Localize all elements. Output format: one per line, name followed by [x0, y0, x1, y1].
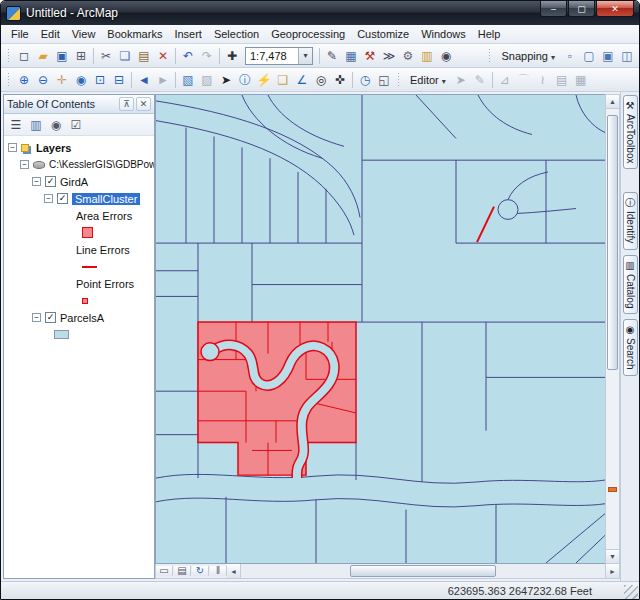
maximize-button[interactable] — [568, 1, 595, 17]
list-by-visibility-icon[interactable]: ◉ — [47, 116, 65, 134]
go-to-xy-icon[interactable]: ✜ — [331, 71, 349, 89]
zoom-in-icon[interactable]: ⊕ — [15, 71, 33, 89]
data-view-button[interactable]: ▭ — [156, 566, 173, 576]
menu-file[interactable]: File — [5, 26, 35, 42]
visibility-checkbox[interactable] — [45, 176, 56, 187]
collapse-icon[interactable] — [20, 160, 29, 169]
vertical-scroll-thumb[interactable] — [607, 115, 618, 370]
horizontal-scroll-track[interactable] — [241, 564, 605, 578]
selected-layer-label[interactable]: SmallCluster — [72, 193, 140, 205]
open-map-icon[interactable]: ▰ — [34, 47, 52, 65]
clear-selection-icon[interactable]: ▨ — [198, 71, 216, 89]
toc-item-smallcluster[interactable]: SmallCluster — [4, 190, 154, 207]
copy-icon[interactable]: ❏ — [116, 47, 134, 65]
map-view[interactable] — [155, 94, 605, 564]
straight-segment-icon[interactable]: ⊿ — [496, 71, 514, 89]
arctoolbox-window-icon[interactable]: ⚒ — [361, 47, 379, 65]
menu-edit[interactable]: Edit — [35, 26, 66, 42]
layout-view-button[interactable]: ▤ — [174, 566, 191, 576]
toc-item-parcelsa[interactable]: ParcelsA — [4, 309, 154, 326]
undo-icon[interactable]: ↶ — [179, 47, 197, 65]
tab-identify[interactable]: ⓘ Identify — [623, 192, 638, 249]
find-icon[interactable]: ◎ — [312, 71, 330, 89]
collapse-icon[interactable] — [32, 313, 41, 322]
select-elements-icon[interactable]: ➤ — [217, 71, 235, 89]
trace-icon[interactable]: ≀ — [534, 71, 552, 89]
table-options-icon[interactable]: ▦ — [342, 47, 360, 65]
menu-view[interactable]: View — [66, 26, 102, 42]
python-window-icon[interactable]: ≫ — [380, 47, 398, 65]
toc-legend-area-errors-symbol[interactable] — [4, 224, 154, 241]
fixed-zoom-in-icon[interactable]: ⊡ — [91, 71, 109, 89]
add-data-icon[interactable]: ✚ — [223, 47, 241, 65]
area-errors-swatch[interactable] — [82, 227, 93, 238]
attributes-icon[interactable]: ▤ — [553, 71, 571, 89]
paste-icon[interactable]: ▤ — [135, 47, 153, 65]
edit-annotation-icon[interactable]: ✎ — [471, 71, 489, 89]
menu-bookmarks[interactable]: Bookmarks — [101, 26, 168, 42]
map-canvas[interactable] — [156, 95, 605, 563]
collapse-icon[interactable] — [44, 194, 53, 203]
html-popup-icon[interactable]: ❑ — [274, 71, 292, 89]
point-snapping-icon[interactable]: ▫ — [561, 47, 579, 65]
identify-icon[interactable]: ⓘ — [236, 71, 254, 89]
scroll-up-icon[interactable]: ▲ — [606, 95, 619, 109]
toc-item-girda[interactable]: GirdA — [4, 173, 154, 190]
menu-geoprocessing[interactable]: Geoprocessing — [265, 26, 351, 42]
measure-icon[interactable]: ∠ — [293, 71, 311, 89]
menu-customize[interactable]: Customize — [351, 26, 415, 42]
fixed-zoom-out-icon[interactable]: ⊟ — [110, 71, 128, 89]
end-snapping-icon[interactable]: ▢ — [580, 47, 598, 65]
tab-search[interactable]: ◉ Search — [623, 319, 638, 376]
scroll-right-icon[interactable]: ► — [605, 564, 619, 578]
parcels-swatch[interactable] — [54, 330, 69, 339]
close-icon[interactable]: ✕ — [136, 97, 151, 111]
search-window-icon[interactable]: ◉ — [437, 47, 455, 65]
catalog-window-icon[interactable]: ▥ — [418, 47, 436, 65]
model-builder-icon[interactable]: ⚙ — [399, 47, 417, 65]
edge-snapping-icon[interactable]: ◫ — [618, 47, 636, 65]
full-extent-icon[interactable]: ◉ — [72, 71, 90, 89]
line-errors-swatch[interactable] — [82, 266, 97, 268]
refresh-view-button[interactable]: ↻ — [192, 566, 209, 576]
list-by-source-icon[interactable]: ▥ — [27, 116, 45, 134]
viewer-window-icon[interactable]: ◱ — [375, 71, 393, 89]
cut-icon[interactable]: ✂ — [97, 47, 115, 65]
scroll-left-icon[interactable]: ◄ — [227, 564, 241, 578]
toc-legend-line-errors-symbol[interactable] — [4, 258, 154, 275]
toolbar-grip[interactable] — [397, 72, 401, 88]
resize-grip[interactable] — [624, 585, 638, 599]
new-map-icon[interactable]: ◻ — [15, 47, 33, 65]
collapse-icon[interactable] — [8, 143, 17, 152]
toc-item-layers[interactable]: Layers — [4, 139, 154, 156]
menu-selection[interactable]: Selection — [208, 26, 265, 42]
hyperlink-icon[interactable]: ⚡ — [255, 71, 273, 89]
toolbar-grip[interactable] — [7, 48, 11, 64]
vertical-scroll-track[interactable] — [606, 109, 619, 549]
chevron-down-icon[interactable] — [298, 48, 312, 64]
collapse-icon[interactable] — [32, 177, 41, 186]
map-scale-combo[interactable]: 1:7,478 — [245, 47, 313, 65]
forward-extent-icon[interactable]: ► — [154, 71, 172, 89]
save-icon[interactable]: ▣ — [53, 47, 71, 65]
editor-menu-button[interactable]: Editor — [405, 72, 451, 88]
menu-insert[interactable]: Insert — [168, 26, 208, 42]
scroll-down-icon[interactable]: ▼ — [606, 549, 619, 563]
visibility-checkbox[interactable] — [57, 193, 68, 204]
toolbar-grip[interactable] — [488, 48, 492, 64]
toolbar-grip[interactable] — [7, 72, 11, 88]
pin-icon[interactable]: ⊼ — [119, 97, 134, 111]
pause-drawing-button[interactable]: ‖ — [210, 566, 227, 576]
list-by-selection-icon[interactable]: ☑ — [67, 116, 85, 134]
edit-tool-icon[interactable]: ➤ — [452, 71, 470, 89]
point-errors-swatch[interactable] — [82, 298, 88, 304]
vertical-scrollbar[interactable]: ▲ ▼ — [605, 94, 620, 564]
menu-help[interactable]: Help — [472, 26, 507, 42]
toc-legend-point-errors-symbol[interactable] — [4, 292, 154, 309]
toc-item-parcelsa-symbol[interactable] — [4, 326, 154, 343]
toc-item-workspace[interactable]: C:\KesslerGIS\GDBPowerL — [4, 156, 154, 173]
time-slider-icon[interactable]: ◷ — [356, 71, 374, 89]
list-by-drawing-order-icon[interactable]: ☰ — [7, 116, 25, 134]
tab-arctoolbox[interactable]: ⚒ ArcToolbox — [623, 95, 638, 169]
minimize-button[interactable] — [540, 1, 567, 17]
